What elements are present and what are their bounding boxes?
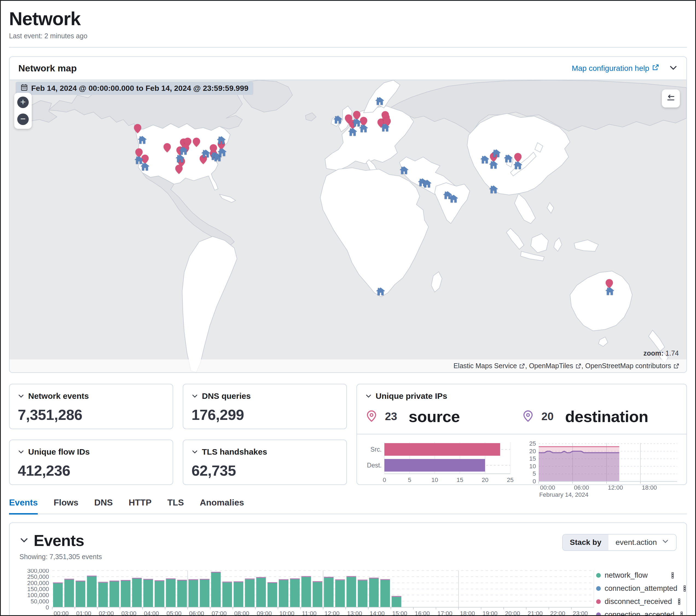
kpi-grid: Network events 7,351,286 DNS queries 176… — [9, 384, 687, 485]
svg-text:5: 5 — [408, 476, 411, 483]
map-configuration-help-link[interactable]: Map configuration help — [572, 64, 659, 73]
unique-ips-area-chart: 252015105000:0006:0012:0018:00February 1… — [527, 440, 678, 499]
source-pin[interactable] — [163, 143, 171, 152]
destination-ips-count: 20 — [541, 410, 554, 423]
svg-text:16:00: 16:00 — [415, 610, 430, 616]
kpi-collapse-button[interactable] — [18, 448, 25, 455]
destination-pin[interactable] — [348, 128, 357, 136]
tab-flows[interactable]: Flows — [53, 497, 79, 514]
map-zoom-indicator: zoom: 1.74 — [644, 349, 679, 357]
destination-pin[interactable] — [513, 161, 523, 170]
ips-collapse-button[interactable] — [365, 393, 372, 399]
destination-pin[interactable] — [333, 115, 343, 124]
destination-pin[interactable] — [175, 154, 185, 163]
tab-tls[interactable]: TLS — [168, 497, 184, 514]
svg-text:12:00: 12:00 — [608, 484, 623, 491]
destination-pin[interactable] — [179, 146, 188, 155]
kpi-title: TLS handshakes — [202, 447, 267, 457]
destination-pin[interactable] — [375, 97, 384, 105]
source-pin[interactable] — [134, 124, 141, 133]
destination-pin[interactable] — [605, 287, 615, 296]
map-legend-toggle-button[interactable] — [662, 90, 680, 108]
svg-text:25: 25 — [507, 476, 513, 483]
svg-text:21:00: 21:00 — [528, 610, 543, 616]
tab-anomalies[interactable]: Anomalies — [200, 497, 244, 514]
stack-by-select[interactable]: event.action — [608, 535, 676, 550]
legend-item-network_flow[interactable]: network_flow — [596, 570, 676, 581]
kpi-collapse-button[interactable] — [191, 393, 198, 399]
tab-dns[interactable]: DNS — [94, 497, 113, 514]
svg-text:15: 15 — [457, 476, 463, 483]
zoom-in-button[interactable]: + — [17, 97, 29, 108]
ips-panel-title: Unique private IPs — [376, 392, 447, 401]
destination-pin[interactable] — [218, 148, 227, 156]
svg-text:15: 15 — [529, 455, 536, 462]
legend-item-connection_attempted[interactable]: connection_attempted — [596, 583, 676, 594]
svg-text:02:00: 02:00 — [99, 610, 114, 616]
svg-text:0: 0 — [46, 604, 49, 611]
destination-pin[interactable] — [217, 136, 226, 144]
destination-pin[interactable] — [480, 155, 489, 164]
last-event-text: Last event: 2 minutes ago — [9, 32, 687, 47]
source-ips-count: 23 — [385, 410, 397, 423]
legend-options-icon[interactable] — [676, 598, 683, 605]
kpi-title: Unique flow IDs — [28, 447, 90, 457]
app-window: Network Last event: 2 minutes ago Networ… — [0, 0, 696, 616]
legend-item-connection_accepted[interactable]: connection_accepted — [596, 610, 676, 616]
kpi-title: DNS queries — [202, 392, 251, 401]
kpi-card-unique-flow-ids: Unique flow IDs 412,236 — [9, 440, 173, 485]
map-canvas[interactable]: Feb 14, 2024 @ 00:00:00.000 to Feb 14, 2… — [10, 80, 686, 372]
destination-pin[interactable] — [140, 162, 149, 171]
destination-pin[interactable] — [449, 194, 458, 203]
tab-http[interactable]: HTTP — [129, 497, 152, 514]
map-zoom-controls: + − — [14, 93, 32, 129]
source-ips-label: source — [409, 407, 460, 426]
legend-options-icon[interactable] — [678, 611, 685, 616]
destination-pin[interactable] — [423, 179, 432, 188]
destination-pin[interactable] — [201, 149, 210, 158]
destination-pin[interactable] — [399, 166, 409, 174]
events-collapse-button[interactable] — [19, 536, 29, 545]
tab-events[interactable]: Events — [9, 497, 38, 515]
svg-text:22:00: 22:00 — [550, 610, 565, 616]
attribution-link[interactable]: OpenMapTiles — [529, 362, 581, 370]
destination-pin[interactable] — [138, 136, 147, 144]
legend-label: disconnect_received — [605, 597, 672, 606]
zoom-out-button[interactable]: − — [17, 113, 29, 125]
svg-text:12:00: 12:00 — [325, 610, 339, 616]
destination-pin[interactable] — [504, 154, 513, 163]
kpi-value: 412,236 — [18, 462, 164, 479]
svg-text:25: 25 — [529, 440, 536, 447]
kpi-card-tls-handshakes: TLS handshakes 62,735 — [183, 440, 347, 485]
attribution-link[interactable]: Elastic Maps Service — [453, 362, 525, 370]
menu-left-icon — [666, 93, 676, 104]
destination-pin[interactable] — [381, 123, 390, 132]
destination-pin[interactable] — [489, 161, 498, 169]
kpi-value: 7,351,286 — [18, 406, 164, 423]
events-legend: network_flowconnection_attempteddisconne… — [594, 569, 676, 616]
destination-pin[interactable] — [376, 287, 385, 296]
legend-item-disconnect_received[interactable]: disconnect_received — [596, 596, 676, 607]
source-pin[interactable] — [175, 165, 183, 174]
page-title: Network — [9, 8, 687, 29]
legend-color-dot — [596, 599, 601, 604]
destination-pin[interactable] — [359, 124, 368, 133]
attribution-link[interactable]: OpenStreetMap contributors — [585, 362, 679, 370]
kpi-collapse-button[interactable] — [18, 393, 25, 399]
kpi-card-dns-queries: DNS queries 176,299 — [183, 384, 347, 429]
kpi-value: 62,735 — [191, 462, 338, 479]
svg-text:5: 5 — [533, 470, 536, 477]
source-pin[interactable] — [193, 138, 200, 147]
svg-text:Src.: Src. — [370, 446, 382, 453]
map-date-range-badge: Feb 14, 2024 @ 00:00:00.000 to Feb 14, 2… — [16, 82, 253, 95]
svg-text:06:00: 06:00 — [189, 610, 204, 616]
destination-pin[interactable] — [492, 149, 501, 158]
legend-options-icon[interactable] — [681, 585, 688, 592]
svg-text:06:00: 06:00 — [574, 484, 589, 491]
kpi-collapse-button[interactable] — [191, 448, 198, 455]
svg-text:10: 10 — [431, 476, 438, 483]
legend-options-icon[interactable] — [669, 572, 676, 579]
destination-pin[interactable] — [489, 185, 498, 193]
unique-ips-bar-chart: 0510152025Src.Dest. — [365, 440, 519, 484]
map-panel-collapse-button[interactable] — [669, 63, 678, 73]
